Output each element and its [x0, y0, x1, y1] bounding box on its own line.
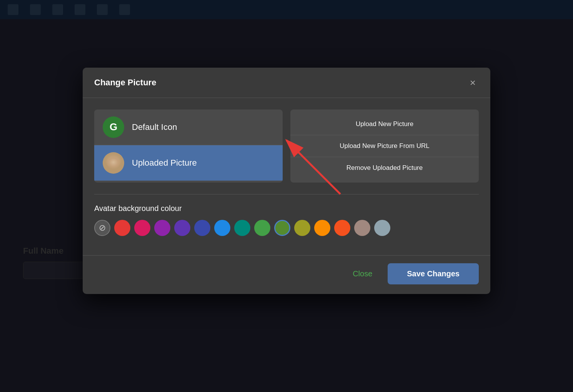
colour-section-label: Avatar background colour	[94, 204, 479, 213]
uploaded-photo-avatar	[103, 152, 124, 174]
upload-actions-panel: Upload New Picture Upload New Picture Fr…	[290, 110, 479, 183]
colour-swatch-blue[interactable]	[214, 220, 230, 236]
default-icon-avatar: G	[103, 116, 124, 138]
remove-uploaded-picture-button[interactable]: Remove Uploaded Picture	[290, 157, 479, 179]
modal-wrapper: Change Picture × G Default Icon	[0, 0, 573, 392]
modal-body: G Default Icon Uploaded Picture Upload	[83, 98, 490, 251]
section-divider	[94, 194, 479, 194]
close-button[interactable]: Close	[345, 266, 380, 282]
colour-swatch-brown[interactable]	[354, 220, 370, 236]
picture-row: G Default Icon Uploaded Picture Upload	[94, 110, 479, 183]
colour-swatch-indigo[interactable]	[194, 220, 210, 236]
color-swatches-container	[114, 220, 390, 236]
change-picture-modal: Change Picture × G Default Icon	[83, 68, 490, 294]
colour-swatch-deep-purple[interactable]	[174, 220, 190, 236]
modal-close-button[interactable]: ×	[467, 76, 479, 89]
picture-types-panel: G Default Icon Uploaded Picture	[94, 110, 283, 183]
modal-title: Change Picture	[94, 78, 156, 88]
modal-footer: Close Save Changes	[83, 255, 490, 294]
colour-swatch-deep-orange[interactable]	[334, 220, 350, 236]
picture-type-uploaded[interactable]: Uploaded Picture	[94, 145, 283, 181]
modal-header: Change Picture ×	[83, 68, 490, 98]
colour-swatch-green[interactable]	[254, 220, 270, 236]
avatar-letter: G	[110, 121, 117, 133]
picture-type-default[interactable]: G Default Icon	[94, 110, 283, 145]
colour-swatch-red[interactable]	[114, 220, 130, 236]
colour-swatch-amber-orange[interactable]	[314, 220, 330, 236]
upload-from-url-button[interactable]: Upload New Picture From URL	[290, 135, 479, 157]
colour-swatch-none[interactable]: ⊘	[94, 220, 110, 236]
colour-section: Avatar background colour ⊘	[94, 204, 479, 244]
colour-swatch-dark-green[interactable]	[274, 220, 290, 236]
colour-swatch-blue-grey[interactable]	[374, 220, 390, 236]
avatar-photo-image	[103, 152, 124, 174]
default-icon-label: Default Icon	[132, 122, 177, 132]
upload-new-picture-button[interactable]: Upload New Picture	[290, 113, 479, 135]
colour-swatch-purple[interactable]	[154, 220, 170, 236]
uploaded-picture-label: Uploaded Picture	[132, 158, 197, 168]
colour-swatch-pink[interactable]	[134, 220, 150, 236]
colour-swatches-row: ⊘	[94, 220, 479, 236]
save-changes-button[interactable]: Save Changes	[388, 263, 479, 284]
colour-swatch-teal[interactable]	[234, 220, 250, 236]
colour-swatch-olive[interactable]	[294, 220, 310, 236]
